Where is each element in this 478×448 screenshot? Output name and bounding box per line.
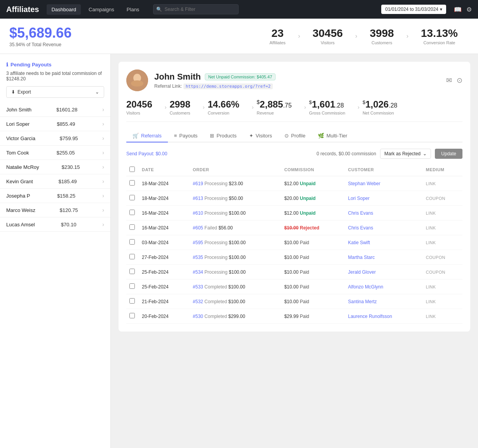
medium-badge: LINK — [426, 240, 436, 245]
send-payout-link[interactable]: Send Payout: $0.00 — [126, 151, 167, 156]
row-checkbox[interactable] — [129, 269, 135, 274]
row-commission: $10.00 Paid — [281, 280, 345, 294]
tab-referrals[interactable]: 🛒 Referrals — [126, 130, 168, 142]
sidebar-item[interactable]: Josepha P $158.25 › — [0, 189, 110, 203]
gear-icon[interactable]: ⚙ — [466, 6, 472, 13]
order-link[interactable]: #613 — [193, 196, 203, 201]
order-link[interactable]: #610 — [193, 210, 203, 216]
status-selected-label: Mark as Rejected — [384, 151, 420, 156]
tab-multitier-label: Multi-Tier — [326, 133, 347, 139]
sidebar-item[interactable]: John Smith $1601.28 › — [0, 102, 110, 117]
order-link[interactable]: #532 — [193, 299, 203, 304]
order-link[interactable]: #595 — [193, 240, 203, 245]
row-order: #619 Processing $23.00 — [190, 176, 281, 191]
row-medium: LINK — [423, 221, 462, 235]
chevron-right-icon: › — [102, 193, 104, 199]
multitier-icon: 🌿 — [318, 133, 324, 139]
row-order: #534 Processing $100.00 — [190, 265, 281, 280]
sidebar-item[interactable]: Natalie McRoy $230.15 › — [0, 160, 110, 174]
order-status: Completed — [204, 314, 227, 319]
customer-link[interactable]: Stephan Weber — [348, 181, 380, 186]
customer-link[interactable]: Laurence Runolfsson — [348, 314, 392, 319]
sidebar-item[interactable]: Marco Weisz $120.75 › — [0, 203, 110, 217]
row-commission: $10.00 Paid — [281, 294, 345, 309]
revenue-cents: .75 — [283, 102, 291, 109]
tab-profile[interactable]: ⊙ Profile — [278, 130, 312, 142]
stat-customers: 3998 Customers — [359, 27, 405, 45]
affiliate-amount: $230.15 — [61, 164, 80, 170]
sidebar-item[interactable]: Kevin Grant $185.49 › — [0, 174, 110, 189]
row-medium: LINK — [423, 176, 462, 191]
row-medium: LINK — [423, 280, 462, 294]
sidebar-item[interactable]: Victor Garcia $759.95 › — [0, 131, 110, 146]
affiliate-amount: $255.05 — [56, 150, 75, 156]
order-amount: $50.00 — [229, 196, 243, 201]
row-checkbox[interactable] — [129, 224, 135, 230]
order-status: Processing — [204, 240, 227, 245]
affiliate-name: John Smith — [6, 107, 31, 113]
commission-value: $29.99 — [284, 314, 298, 319]
row-commission: $20.00 Unpaid — [281, 191, 345, 206]
aff-revenue-lbl: Revenue — [257, 111, 292, 115]
tab-payouts[interactable]: ≡ Payouts — [168, 130, 204, 142]
medium-badge: COUPON — [426, 196, 445, 201]
date-range-picker[interactable]: 01/01/2024 to 31/03/2024 ▾ — [381, 5, 446, 14]
aff-visitors-val: 20456 — [126, 99, 152, 110]
nav-dashboard[interactable]: Dashboard — [47, 4, 81, 15]
order-amount: $23.00 — [229, 181, 243, 186]
row-checkbox-cell — [126, 280, 139, 294]
medium-badge: LINK — [426, 181, 436, 186]
tab-multitier[interactable]: 🌿 Multi-Tier — [312, 130, 354, 142]
row-checkbox-cell — [126, 309, 139, 324]
update-button[interactable]: Update — [435, 149, 462, 159]
tab-visitors[interactable]: ✦ Visitors — [243, 130, 278, 142]
customer-link[interactable]: Jerald Glover — [348, 269, 376, 275]
row-medium: LINK — [423, 206, 462, 221]
sidebar-item[interactable]: Tom Cook $255.05 › — [0, 146, 110, 160]
tabs: 🛒 Referrals ≡ Payouts ⊞ Products ✦ Visit… — [126, 130, 462, 142]
svg-point-4 — [131, 80, 143, 87]
row-customer: Katie Swift — [345, 235, 423, 250]
aff-arrow-3: › — [252, 104, 254, 110]
aff-gross-lbl: Gross Commission — [309, 111, 345, 115]
book-icon[interactable]: 📖 — [454, 6, 462, 13]
search-input[interactable] — [153, 4, 239, 14]
sidebar: ℹ Pending Payouts 3 affiliate needs to b… — [0, 54, 111, 448]
row-checkbox[interactable] — [129, 283, 135, 289]
customer-link[interactable]: Santina Mertz — [348, 299, 377, 304]
customer-link[interactable]: Chris Evans — [348, 225, 373, 231]
order-link[interactable]: #619 — [193, 181, 203, 186]
row-checkbox[interactable] — [129, 254, 135, 259]
order-link[interactable]: #534 — [193, 269, 203, 275]
order-link[interactable]: #530 — [193, 314, 203, 319]
nav-campaigns[interactable]: Campaigns — [84, 4, 119, 15]
row-checkbox[interactable] — [129, 180, 135, 186]
nav-plans[interactable]: Plans — [122, 4, 144, 15]
customer-link[interactable]: Alfonzo McGlynn — [348, 284, 384, 290]
referral-url[interactable]: https://demo.storeapps.org/?ref=2 — [183, 83, 273, 89]
customer-link[interactable]: Lori Soper — [348, 196, 370, 201]
customer-link[interactable]: Martha Starc — [348, 255, 375, 260]
tab-products[interactable]: ⊞ Products — [204, 130, 242, 142]
mail-icon[interactable]: ✉ — [446, 76, 452, 85]
aff-conversion-lbl: Conversion — [208, 111, 239, 115]
row-checkbox[interactable] — [129, 298, 135, 304]
row-checkbox[interactable] — [129, 313, 135, 318]
row-checkbox[interactable] — [129, 210, 135, 215]
order-link[interactable]: #605 — [193, 225, 203, 231]
referrals-icon: 🛒 — [133, 133, 139, 139]
customer-link[interactable]: Katie Swift — [348, 240, 370, 245]
status-select[interactable]: Mark as Rejected ⌄ — [380, 149, 431, 159]
user-icon[interactable]: ⊙ — [457, 76, 462, 85]
order-link[interactable]: #533 — [193, 284, 203, 290]
order-link[interactable]: #535 — [193, 255, 203, 260]
affiliate-name: Josepha P — [6, 193, 30, 199]
export-button[interactable]: ⬇ Export ⌄ — [6, 86, 104, 98]
row-checkbox[interactable] — [129, 195, 135, 200]
customer-link[interactable]: Chris Evans — [348, 210, 373, 216]
affiliate-name: Victor Garcia — [6, 135, 35, 141]
select-all-checkbox[interactable] — [129, 167, 135, 172]
sidebar-item[interactable]: Lori Soper $855.49 › — [0, 117, 110, 131]
sidebar-item[interactable]: Lucas Amsel $70.10 › — [0, 217, 110, 232]
row-checkbox[interactable] — [129, 239, 135, 245]
